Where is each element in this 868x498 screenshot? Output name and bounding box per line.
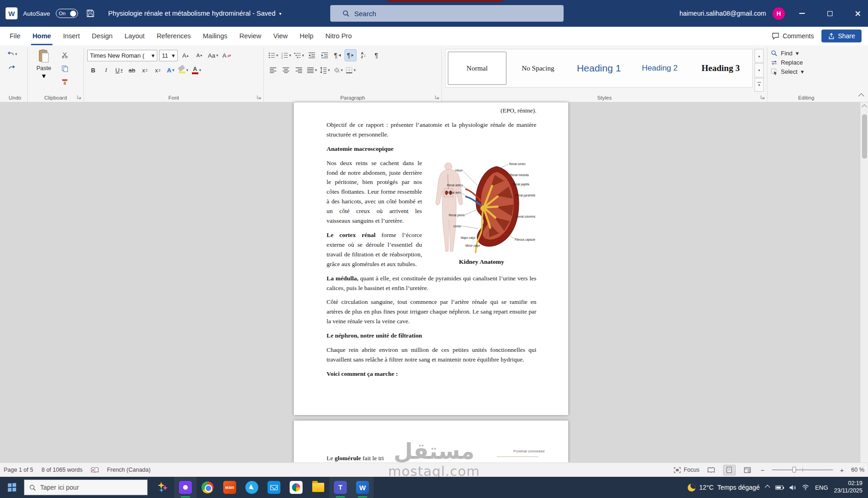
zoom-in-button[interactable]: + <box>838 466 846 474</box>
change-case-button[interactable]: Aa▾ <box>207 49 219 61</box>
italic-button[interactable]: I <box>100 64 112 76</box>
undo-button[interactable]: ▾ <box>6 48 18 60</box>
document-scrollbar[interactable] <box>860 102 868 462</box>
strikethrough-button[interactable]: ab <box>126 64 138 76</box>
document-page-2[interactable]: Le glomérule fait le tri Proximal convol… <box>294 421 568 462</box>
zoom-slider-thumb[interactable] <box>792 467 796 473</box>
volume-icon[interactable] <box>789 485 796 491</box>
numbering-button[interactable]: 123 ▾ <box>280 49 292 61</box>
focus-mode-button[interactable]: Focus <box>674 467 699 473</box>
share-button[interactable]: Share <box>821 30 862 42</box>
taskbar-clock[interactable]: 02:19 23/11/2025 <box>834 480 862 494</box>
style-heading-3[interactable]: Heading 3 <box>691 52 750 85</box>
print-layout-view-button[interactable] <box>723 465 736 475</box>
tab-references[interactable]: References <box>151 27 197 45</box>
clear-formatting-button[interactable]: A <box>221 49 233 61</box>
text-effects-button[interactable]: A▾ <box>165 64 177 76</box>
font-size-combo[interactable]: 11 ▾ <box>159 50 178 61</box>
taskbar-word-button[interactable]: W <box>351 477 374 498</box>
shrink-font-button[interactable]: A▾ <box>193 49 205 61</box>
sort-button[interactable]: AZ↓ <box>357 49 369 61</box>
style-normal[interactable]: Normal <box>448 52 506 85</box>
autosave-toggle[interactable]: On <box>56 9 78 18</box>
battery-icon[interactable] <box>775 486 783 490</box>
font-color-button[interactable]: A ▾ <box>190 64 202 76</box>
save-button[interactable] <box>83 6 97 20</box>
tab-nitro-pro[interactable]: Nitro Pro <box>320 27 358 45</box>
justify-button[interactable]: ▾ <box>306 64 318 76</box>
highlight-button[interactable]: ▾ <box>178 64 190 76</box>
taskbar-copilot-button[interactable] <box>152 477 174 498</box>
zoom-slider[interactable] <box>772 469 833 470</box>
format-painter-button[interactable] <box>59 76 71 88</box>
taskbar-photos-button[interactable] <box>285 477 307 498</box>
taskbar-file-explorer-button[interactable] <box>307 477 329 498</box>
paste-button[interactable]: Paste ▾ <box>31 48 57 80</box>
underline-button[interactable]: U▾ <box>113 64 125 76</box>
document-page-1[interactable]: (EPO, rénine). Objectif de ce rapport : … <box>294 102 568 415</box>
tab-layout[interactable]: Layout <box>119 27 151 45</box>
taskbar-telegram-button[interactable] <box>241 477 263 498</box>
shading-button[interactable]: ▾ <box>332 64 344 76</box>
tab-help[interactable]: Help <box>294 27 320 45</box>
document-title[interactable]: Physiologie rénale et métabolisme hydrom… <box>108 10 282 17</box>
tab-home[interactable]: Home <box>26 27 57 45</box>
proofing-status-button[interactable] <box>91 467 99 474</box>
zoom-out-button[interactable]: − <box>759 466 767 474</box>
font-family-combo[interactable]: Times New Roman ( ▾ <box>87 50 157 61</box>
minimize-button[interactable] <box>791 0 813 27</box>
redo-button[interactable] <box>6 62 18 74</box>
grow-font-button[interactable]: A▴ <box>179 49 191 61</box>
bullets-button[interactable]: ▾ <box>267 49 279 61</box>
start-button[interactable] <box>0 477 24 498</box>
account-email[interactable]: haimeuri.saliha08@gmail.com <box>679 10 766 17</box>
taskbar-m365-button[interactable]: M365 <box>219 477 241 498</box>
read-mode-view-button[interactable] <box>705 465 718 475</box>
word-count-status[interactable]: 8 of 1065 words <box>42 467 83 473</box>
replace-button[interactable]: Replace <box>771 59 842 66</box>
collapse-ribbon-button[interactable] <box>858 93 864 99</box>
tab-insert[interactable]: Insert <box>57 27 86 45</box>
tab-file[interactable]: File <box>4 27 26 45</box>
find-button[interactable]: Find ▾ <box>771 50 842 57</box>
align-right-button[interactable] <box>293 64 305 76</box>
comments-button[interactable]: Comments <box>772 32 814 40</box>
copy-button[interactable] <box>59 62 71 74</box>
kidney-anatomy-figure[interactable]: Renal cortex Renal medulla Renal papilla… <box>427 160 536 266</box>
hidden-icons-chevron[interactable] <box>765 485 770 490</box>
maximize-button[interactable] <box>819 0 840 27</box>
cut-button[interactable] <box>59 49 71 61</box>
styles-scroll-down-button[interactable]: ▾ <box>755 63 764 77</box>
multilevel-list-button[interactable]: ▾ <box>293 49 305 61</box>
show-paragraph-marks-button[interactable]: ¶ <box>370 49 382 61</box>
ltr-direction-button[interactable]: ¶ <box>345 49 357 61</box>
align-center-button[interactable] <box>280 64 292 76</box>
rtl-direction-button[interactable]: ¶ <box>332 49 344 61</box>
borders-button[interactable]: ▾ <box>345 64 357 76</box>
styles-scroll-up-button[interactable]: ▴ <box>755 49 764 63</box>
zoom-level-value[interactable]: 60 % <box>851 467 865 473</box>
taskbar-purple-app-button[interactable] <box>174 477 196 498</box>
increase-indent-button[interactable] <box>319 49 331 61</box>
align-left-button[interactable] <box>267 64 279 76</box>
decrease-indent-button[interactable] <box>306 49 318 61</box>
taskbar-teams-button[interactable]: T <box>329 477 351 498</box>
superscript-button[interactable]: x2 <box>152 64 164 76</box>
line-spacing-button[interactable]: ▾ <box>319 64 331 76</box>
scrollbar-up-arrow[interactable] <box>862 104 867 109</box>
style-no-spacing[interactable]: No Spacing <box>509 52 567 85</box>
close-button[interactable] <box>847 0 868 27</box>
taskbar-search-input[interactable]: Taper ici pour <box>24 480 148 495</box>
word-app-icon[interactable]: W <box>6 7 18 19</box>
page-number-status[interactable]: Page 1 of 5 <box>4 467 33 473</box>
language-status[interactable]: French (Canada) <box>107 467 151 473</box>
style-heading-1[interactable]: Heading 1 <box>570 52 628 85</box>
title-search-input[interactable]: Search <box>330 5 564 22</box>
network-icon[interactable] <box>802 485 809 490</box>
input-language-indicator[interactable]: ENG <box>815 484 828 491</box>
taskbar-mail-button[interactable] <box>263 477 285 498</box>
tab-design[interactable]: Design <box>86 27 119 45</box>
select-button[interactable]: Select ▾ <box>771 68 842 75</box>
styles-gallery-expand-button[interactable]: ▾ <box>755 78 764 92</box>
tab-mailings[interactable]: Mailings <box>197 27 233 45</box>
